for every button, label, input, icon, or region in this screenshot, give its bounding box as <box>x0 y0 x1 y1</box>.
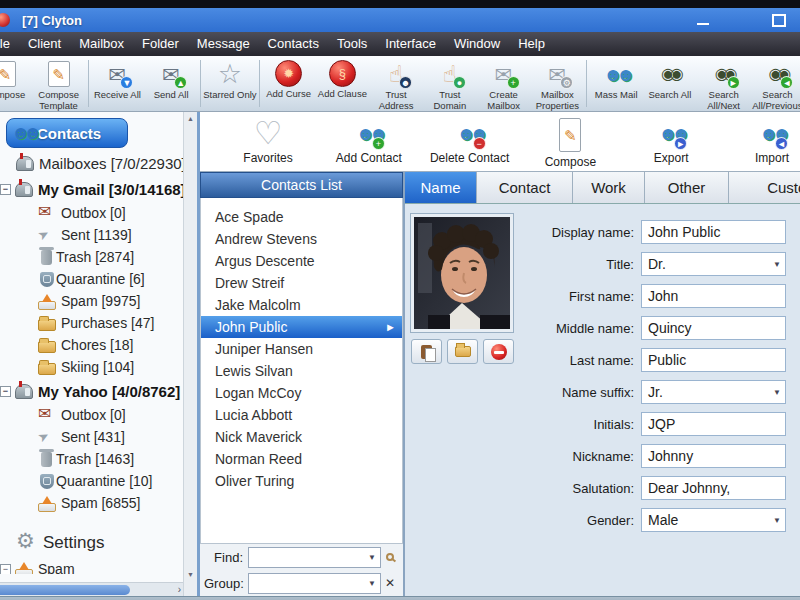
export-button[interactable]: ☻☻►Export <box>623 112 719 171</box>
titlebar[interactable]: [7] Clyton <box>0 8 800 32</box>
delete-contact-button[interactable]: ☻☻−Delete Contact <box>422 112 518 171</box>
contact-list-item[interactable]: Lewis Silvan <box>201 360 402 382</box>
group-dropdown-arrow-icon[interactable]: ▼ <box>368 579 380 588</box>
sidebar-item-spam[interactable]: Spam [9975] <box>0 290 183 312</box>
tree-expander-icon[interactable]: − <box>0 184 11 195</box>
contact-list-item[interactable]: Ace Spade <box>201 206 402 228</box>
sidebar-item-spam[interactable]: Spam [6855] <box>0 492 183 514</box>
tree-expander-icon[interactable]: − <box>0 564 11 575</box>
first-name-input[interactable]: John <box>641 284 786 308</box>
sidebar-item-trash[interactable]: Trash [2874] <box>0 246 183 268</box>
toolbar-add-clause-button[interactable]: §Add Clause <box>316 56 370 111</box>
maximize-button[interactable] <box>766 12 792 28</box>
tab-other[interactable]: Other <box>645 172 729 203</box>
menu-item-window[interactable]: Window <box>445 32 509 56</box>
toolbar-compose-button[interactable]: ✎Compose <box>0 56 32 111</box>
menu-item-file[interactable]: File <box>0 32 19 56</box>
contact-list-item[interactable]: Argus Descente <box>201 250 402 272</box>
menu-item-mailbox[interactable]: Mailbox <box>70 32 133 56</box>
sidebar-item-outbox[interactable]: Outbox [0] <box>0 404 183 426</box>
sidebar-item-chores[interactable]: Chores [18] <box>0 334 183 356</box>
toolbar-receive-all-button[interactable]: ✉▼Receive All <box>91 56 145 111</box>
tab-custom[interactable]: Custom <box>729 172 800 203</box>
sidebar-item-quarantine[interactable]: Quarantine [6] <box>0 268 183 290</box>
dropdown-arrow-icon[interactable]: ▼ <box>773 516 785 525</box>
compose-button[interactable]: ✎Compose <box>522 112 618 171</box>
find-combo[interactable]: ▼ <box>248 547 381 568</box>
nickname-input[interactable]: Johnny <box>641 444 786 468</box>
toolbar-starred-only-button[interactable]: ☆Starred Only <box>203 56 257 111</box>
toolbar-add-curse-button[interactable]: ✹Add Curse <box>262 56 316 111</box>
toolbar-search-all-next-button[interactable]: ◉◉►Search All/Next <box>697 56 751 111</box>
tree-expander-icon[interactable]: − <box>0 386 11 397</box>
display-name-input[interactable]: John Public <box>641 220 786 244</box>
menu-item-client[interactable]: Client <box>19 32 70 56</box>
group-clear-slot[interactable]: ✕ <box>381 576 399 590</box>
tab-work[interactable]: Work <box>573 172 645 203</box>
scroll-up-arrow-icon[interactable]: ▲ <box>187 114 194 124</box>
dropdown-arrow-icon[interactable]: ▼ <box>773 260 785 269</box>
minimize-button[interactable] <box>690 12 716 28</box>
find-search-slot[interactable] <box>381 553 399 561</box>
sidebar-item-quarantine[interactable]: Quarantine [10] <box>0 470 183 492</box>
toolbar-mailbox-properties-button[interactable]: ✉⚙Mailbox Properties <box>531 56 585 111</box>
initials-input[interactable]: JQP <box>641 412 786 436</box>
contact-list-item-selected[interactable]: John Public► <box>201 316 402 338</box>
menu-item-contacts[interactable]: Contacts <box>259 32 328 56</box>
toolbar-compose-template-button[interactable]: ✎Compose Template <box>32 56 86 111</box>
menu-item-help[interactable]: Help <box>509 32 554 56</box>
toolbar-search-all-previous-button[interactable]: ◉◉◄Search All/Previous <box>751 56 800 111</box>
title-select[interactable]: Dr.▼ <box>641 252 786 276</box>
contact-list-item[interactable]: Lucia Abbott <box>201 404 402 426</box>
menu-item-folder[interactable]: Folder <box>133 32 188 56</box>
contact-list-item[interactable]: Juniper Hansen <box>201 338 402 360</box>
toolbar-search-all-button[interactable]: ◉◉Search All <box>643 56 697 111</box>
toolbar-trust-address-button[interactable]: ☝☻Trust Address <box>369 56 423 111</box>
menu-item-interface[interactable]: Interface <box>376 32 445 56</box>
sidebar-horizontal-scrollbar[interactable]: › <box>0 582 183 596</box>
gender-select[interactable]: Male▼ <box>641 508 786 532</box>
contact-list-item[interactable]: Nick Maverick <box>201 426 402 448</box>
sidebar-item-trash[interactable]: Trash [1463] <box>0 448 183 470</box>
find-dropdown-arrow-icon[interactable]: ▼ <box>368 553 380 562</box>
contact-list-item[interactable]: Logan McCoy <box>201 382 402 404</box>
favorites-button[interactable]: ♡Favorites <box>220 112 316 171</box>
remove-photo-button[interactable] <box>483 339 514 364</box>
contact-list-item[interactable]: Drew Streif <box>201 272 402 294</box>
scrollbar-thumb[interactable] <box>0 585 130 595</box>
sidebar-item-settings[interactable]: Settings <box>0 528 183 558</box>
group-combo[interactable]: ▼ <box>248 573 381 594</box>
sidebar-item-my-yahoo[interactable]: −My Yahoo [4/0/8762] <box>0 378 183 404</box>
browse-photo-button[interactable] <box>447 339 478 364</box>
paste-photo-button[interactable] <box>411 339 442 364</box>
dropdown-arrow-icon[interactable]: ▼ <box>773 388 785 397</box>
menu-item-message[interactable]: Message <box>188 32 259 56</box>
sidebar-item-sent[interactable]: Sent [431] <box>0 426 183 448</box>
contact-list-item[interactable]: Jake Malcolm <box>201 294 402 316</box>
contact-list-item[interactable]: Oliver Turing <box>201 470 402 492</box>
middle-name-input[interactable]: Quincy <box>641 316 786 340</box>
menu-item-tools[interactable]: Tools <box>328 32 376 56</box>
scroll-down-arrow-icon[interactable]: ▼ <box>187 570 194 580</box>
sidebar-item-spam[interactable]: −Spam <box>0 558 183 574</box>
name-suffix-select[interactable]: Jr.▼ <box>641 380 786 404</box>
toolbar-trust-domain-button[interactable]: ☝●Trust Domain <box>423 56 477 111</box>
tab-name[interactable]: Name <box>405 172 477 203</box>
tab-contact[interactable]: Contact <box>477 172 573 203</box>
salutation-input[interactable]: Dear Johnny, <box>641 476 786 500</box>
contacts-button[interactable]: ☻☻ Contacts <box>6 118 128 148</box>
toolbar-create-mailbox-button[interactable]: ✉+Create Mailbox <box>477 56 531 111</box>
toolbar-mass-mail-button[interactable]: ☻☻Mass Mail <box>589 56 643 111</box>
toolbar-send-all-button[interactable]: ✉▲Send All <box>144 56 198 111</box>
contact-list-item[interactable]: Andrew Stevens <box>201 228 402 250</box>
sidebar-item-mailboxes[interactable]: Mailboxes [7/0/22930] <box>0 150 183 176</box>
sidebar-item-sent[interactable]: Sent [1139] <box>0 224 183 246</box>
contact-list-item[interactable]: Norman Reed <box>201 448 402 470</box>
scroll-right-arrow-icon[interactable]: › <box>178 584 183 595</box>
sidebar-item-my-gmail[interactable]: −My Gmail [3/0/14168] <box>0 176 183 202</box>
sidebar-item-outbox[interactable]: Outbox [0] <box>0 202 183 224</box>
sidebar-vertical-scrollbar[interactable]: ▲ ▼ <box>183 112 197 596</box>
last-name-input[interactable]: Public <box>641 348 786 372</box>
add-contact-button[interactable]: ☻☻+Add Contact <box>321 112 417 171</box>
sidebar-item-skiing[interactable]: Skiing [104] <box>0 356 183 378</box>
